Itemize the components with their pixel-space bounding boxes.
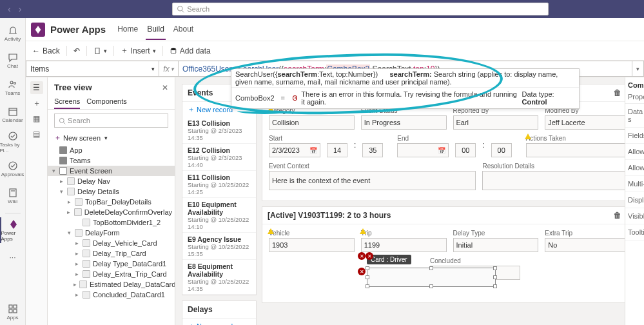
tree-node[interactable]: ▸Delay Type_DataCard1 bbox=[48, 259, 175, 269]
add-data-button[interactable]: Add data bbox=[167, 45, 213, 57]
tree-view-icon[interactable]: ☰ bbox=[30, 81, 43, 94]
start-date-input[interactable]: 2/3/2023 bbox=[269, 143, 320, 157]
svg-point-2 bbox=[10, 81, 13, 84]
tree-node[interactable]: Teams bbox=[48, 155, 175, 166]
start-min-input[interactable]: 35 bbox=[362, 143, 383, 157]
start-hour-input[interactable]: 14 bbox=[327, 143, 347, 157]
rail-wiki[interactable]: Wiki bbox=[0, 183, 26, 209]
end-min-input[interactable]: 00 bbox=[491, 143, 512, 157]
pa-tab-about[interactable]: About bbox=[172, 19, 195, 40]
context-input[interactable]: Here is the context of the event bbox=[269, 171, 476, 190]
new-screen-button[interactable]: ＋New screen▾ bbox=[54, 133, 168, 143]
rail-approvals[interactable]: Approvals bbox=[0, 156, 26, 182]
event-item[interactable]: E10 Equipment AvailabilityStarting @ 10/… bbox=[182, 198, 256, 233]
plus-icon: ＋ bbox=[121, 45, 128, 56]
rail-more[interactable]: ··· bbox=[0, 244, 26, 270]
tree-tab-components[interactable]: Components bbox=[86, 95, 126, 109]
chevron-down-icon: ▾ bbox=[636, 66, 639, 72]
property-row[interactable]: Fields bbox=[625, 128, 644, 144]
tree-node[interactable]: ▸Delay_Extra_Trip_Card bbox=[48, 269, 175, 279]
tree-node[interactable]: ▾DelayForm bbox=[48, 228, 175, 238]
chevron-down-icon: ▾ bbox=[151, 66, 155, 72]
event-item[interactable]: E9 Agency IssueStarting @ 10/25/2022 15:… bbox=[182, 233, 256, 260]
properties-tab[interactable]: Proper bbox=[625, 90, 644, 104]
undo-button[interactable]: ↶ bbox=[71, 45, 83, 57]
svg-rect-13 bbox=[14, 310, 17, 313]
nav-fwd-icon[interactable]: › bbox=[16, 4, 24, 14]
property-row[interactable]: Multi- bbox=[625, 176, 644, 192]
card-chip: Card : Driver bbox=[367, 255, 411, 264]
canvas-area: Events ＋New record E13 CollisionStarting… bbox=[175, 77, 644, 325]
insert-rail-icon[interactable]: ＋ bbox=[30, 97, 43, 110]
property-row[interactable]: Displa bbox=[625, 192, 644, 208]
tree-search[interactable]: Search bbox=[54, 113, 168, 128]
actions-input[interactable] bbox=[526, 143, 630, 157]
tree-node[interactable]: ▸TopBar_DelayDetails bbox=[48, 197, 175, 207]
pa-tabs: Home Build About bbox=[116, 19, 195, 40]
tree-node[interactable]: ▾Event Screen bbox=[48, 166, 175, 176]
property-row[interactable]: Allow bbox=[625, 160, 644, 176]
tree-node[interactable]: ▸Delay Nav bbox=[48, 176, 175, 186]
error-badge-icon: ✕ bbox=[366, 252, 373, 260]
insert-button[interactable]: ＋Insert▾ bbox=[118, 44, 159, 57]
close-icon[interactable]: ✕ bbox=[162, 83, 168, 92]
resolution-input[interactable] bbox=[482, 171, 630, 190]
data-rail-icon[interactable]: ▦ bbox=[30, 112, 43, 125]
property-row[interactable]: Visibl bbox=[625, 208, 644, 224]
tree-node[interactable]: TopBottomDivider1_2 bbox=[48, 217, 175, 228]
pa-logo bbox=[31, 23, 45, 37]
teams-search-placeholder: Search bbox=[187, 5, 210, 13]
rail-chat[interactable]: Chat bbox=[0, 48, 26, 74]
pa-tab-build[interactable]: Build bbox=[146, 19, 166, 40]
vehicle-input[interactable]: 1903 bbox=[269, 238, 355, 252]
event-item[interactable]: E13 CollisionStarting @ 2/3/2023 14:35 bbox=[182, 117, 256, 144]
rail-apps[interactable]: Apps bbox=[0, 299, 26, 325]
teams-search-box[interactable]: Search bbox=[172, 3, 549, 15]
tree-node[interactable]: ▾Delay Details bbox=[48, 186, 175, 197]
media-rail-icon[interactable]: ▤ bbox=[30, 128, 43, 141]
rail-powerapps[interactable]: Power Apps bbox=[0, 217, 26, 243]
search-icon bbox=[59, 117, 66, 124]
tree-list: AppTeams▾Event Screen▸Delay Nav▾Delay De… bbox=[48, 145, 175, 325]
rail-tasks[interactable]: Tasks by Pl... bbox=[0, 129, 26, 155]
tree-node[interactable]: ▸DeleteDelayConfirmOverlay bbox=[48, 207, 175, 217]
selected-combobox[interactable] bbox=[367, 268, 496, 287]
tree-node[interactable]: ▸Delay_Trip_Card bbox=[48, 248, 175, 259]
paste-button[interactable]: ▾ bbox=[91, 46, 110, 56]
delete-icon[interactable]: 🗑 bbox=[614, 211, 621, 220]
nav-back-icon[interactable]: ‹ bbox=[5, 4, 14, 14]
end-date-input[interactable] bbox=[397, 143, 449, 157]
events-list: E13 CollisionStarting @ 2/3/2023 14:35E1… bbox=[182, 117, 256, 295]
property-row[interactable]: Allow bbox=[625, 144, 644, 160]
tree-node[interactable]: ▸Delay_Vehicle_Card bbox=[48, 238, 175, 248]
property-row[interactable]: Data s bbox=[625, 104, 644, 128]
tree-node[interactable]: ▸Concluded_DataCard1 bbox=[48, 290, 175, 300]
pa-tab-home[interactable]: Home bbox=[116, 19, 139, 40]
tree-node[interactable]: ▸Estimated Delay_DataCard1 bbox=[48, 279, 175, 290]
reported-input[interactable]: Earl bbox=[453, 115, 539, 130]
property-row[interactable]: Toolti bbox=[625, 224, 644, 241]
tree-tab-screens[interactable]: Screens bbox=[54, 95, 80, 109]
rail-calendar[interactable]: Calendar bbox=[0, 102, 26, 128]
rail-teams[interactable]: Teams bbox=[0, 75, 26, 101]
formula-expand[interactable]: ▾ bbox=[632, 61, 644, 77]
end-hour-input[interactable]: 00 bbox=[455, 143, 476, 157]
category-input[interactable]: Collision bbox=[269, 115, 355, 130]
extratrip-input[interactable]: No bbox=[545, 238, 630, 252]
property-dropdown[interactable]: Items ▾ bbox=[26, 61, 159, 77]
event-item[interactable]: E11 CollisionStarting @ 10/25/2022 14:25 bbox=[182, 171, 256, 198]
driver-card-selection[interactable]: ✕ ✕ Card : Driver ✕ bbox=[367, 255, 496, 287]
delaytype-input[interactable]: Initial bbox=[453, 238, 539, 252]
delete-icon[interactable]: 🗑 bbox=[614, 88, 621, 97]
delays-new-record[interactable]: ＋New record bbox=[182, 319, 256, 325]
error-badge-icon: ✕ bbox=[358, 268, 366, 275]
event-item[interactable]: E8 Equipment AvailabilityStarting @ 10/2… bbox=[182, 260, 256, 295]
status-input[interactable]: In Progress bbox=[361, 115, 447, 130]
event-item[interactable]: E12 CollisionStarting @ 2/3/2023 14:40 bbox=[182, 144, 256, 171]
tree-view-panel: Tree view ✕ Screens Components Search ＋N… bbox=[48, 77, 175, 325]
back-button[interactable]: ←Back bbox=[30, 45, 63, 57]
tree-node[interactable]: App bbox=[48, 145, 175, 155]
rail-activity[interactable]: Activity bbox=[0, 21, 26, 46]
trip-input[interactable]: 1199 bbox=[361, 238, 447, 252]
modified-input[interactable]: Jeff Lacerte bbox=[545, 115, 630, 130]
